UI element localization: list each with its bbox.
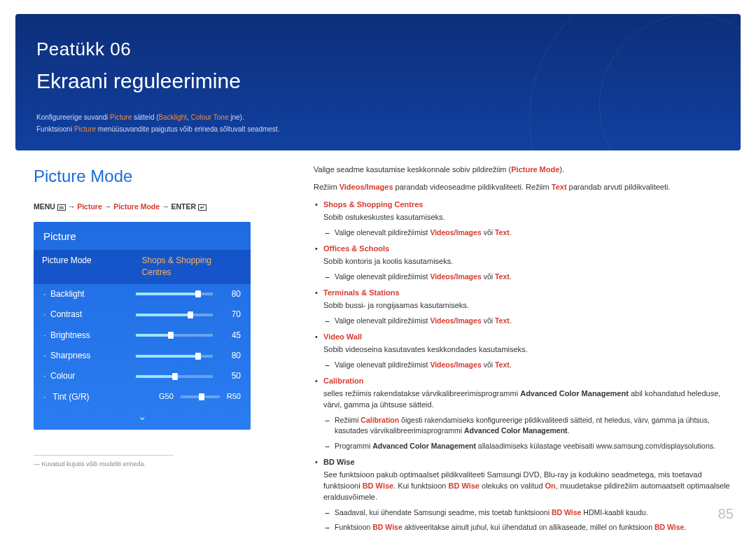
osd-slider-row: ·Backlight80	[34, 284, 251, 304]
mode-desc: Sobib bussi- ja rongijaamas kasutamiseks…	[323, 300, 736, 311]
osd-slider-value: 70	[221, 309, 241, 321]
osd-slider-label: Colour	[50, 370, 136, 382]
mode-sub: Saadaval, kui ühendate Samsungi seadme, …	[323, 507, 736, 518]
osd-picture-mode-value: Shops & Shopping Centres	[134, 250, 251, 284]
osd-slider-row: ·Brightness45	[34, 325, 251, 346]
mode-heading: Calibration	[323, 376, 736, 387]
osd-slider-track	[136, 314, 213, 316]
menu-navigation-path: MENU m → Picture → Picture Mode → ENTER …	[34, 202, 286, 212]
section-title: Picture Mode	[34, 164, 286, 189]
description-column: Valige seadme kasutamise keskkonnale sob…	[314, 164, 736, 534]
mode-sub: Valige olenevalt pildirežiimist Videos/I…	[323, 316, 736, 326]
osd-tint-r: R50	[227, 391, 241, 402]
osd-tint-row: ·Tint (G/R) G50 R50	[34, 387, 251, 407]
osd-slider-track	[136, 293, 213, 295]
mode-item: Terminals & StationsSobib bussi- ja rong…	[314, 288, 736, 326]
osd-picture-mode-row: Picture Mode Shops & Shopping Centres	[34, 250, 251, 284]
mode-sub: Programmi Advanced Color Management alla…	[323, 441, 736, 451]
mode-sub: Valige olenevalt pildirežiimist Videos/I…	[323, 360, 736, 370]
mode-desc: Sobib kontoris ja koolis kasutamiseks.	[323, 256, 736, 267]
page-number: 85	[718, 504, 734, 524]
mode-desc: selles režiimis rakendatakse värvikalibr…	[323, 388, 736, 411]
osd-slider-value: 50	[221, 370, 241, 382]
osd-tint-label: Tint (G/R)	[52, 391, 152, 403]
osd-slider-value: 45	[221, 330, 241, 342]
mode-heading: Terminals & Stations	[323, 288, 736, 299]
osd-slider-track	[136, 375, 213, 378]
mode-item: Offices & SchoolsSobib kontoris ja kooli…	[314, 244, 736, 282]
mode-desc: See funktsioon pakub optimaalset pildikv…	[323, 470, 736, 503]
osd-tint-g: G50	[159, 391, 174, 402]
osd-preview-panel: Picture Picture Mode Shops & Shopping Ce…	[34, 222, 251, 430]
mode-item-bdwise: BD WiseSee funktsioon pakub optimaalset …	[314, 457, 736, 533]
chapter-label: Peatükk 06	[36, 36, 720, 63]
osd-slider-label: Contrast	[50, 309, 136, 321]
mode-item-calibration: Calibrationselles režiimis rakendatakse …	[314, 376, 736, 451]
mode-heading: BD Wise	[323, 457, 736, 468]
osd-slider-value: 80	[221, 288, 241, 300]
mode-sub: Valige olenevalt pildirežiimist Videos/I…	[323, 227, 736, 238]
chapter-title: Ekraani reguleerimine	[36, 66, 720, 97]
chapter-hero: Peatükk 06 Ekraani reguleerimine Konfigu…	[15, 14, 741, 150]
chevron-down-icon: ⌄	[34, 407, 251, 424]
enter-icon: ↵	[198, 204, 206, 211]
mode-sub: Režiimi Calibration õigesti rakendamisek…	[323, 415, 736, 436]
footnote: ― Kuvatud kujutis võib mudeliti erineda.	[34, 460, 286, 469]
osd-slider-row: ·Sharpness80	[34, 346, 251, 366]
osd-slider-label: Backlight	[50, 288, 136, 300]
osd-slider-track	[136, 355, 213, 358]
osd-tint-track	[181, 395, 220, 398]
menu-icon: m	[57, 204, 66, 211]
mode-item: Video WallSobib videoseina kasutavates k…	[314, 332, 736, 370]
mode-heading: Shops & Shopping Centres	[323, 199, 736, 211]
osd-slider-track	[136, 334, 213, 337]
mode-desc: Sobib ostukeskustes kasutamiseks.	[323, 212, 736, 223]
osd-picture-mode-label: Picture Mode	[34, 250, 134, 284]
osd-slider-value: 80	[221, 350, 241, 362]
footnote-rule	[34, 455, 174, 456]
mode-sub: Valige olenevalt pildirežiimist Videos/I…	[323, 272, 736, 282]
mode-item: Shops & Shopping CentresSobib ostukeskus…	[314, 199, 736, 238]
osd-title: Picture	[34, 222, 251, 250]
osd-slider-row: ·Colour50	[34, 366, 251, 386]
chapter-intro: Konfigureerige suvandi Picture sätteid (…	[36, 111, 720, 135]
mode-sub: Funktsioon BD Wise aktiveeritakse ainult…	[323, 522, 736, 533]
osd-slider-label: Sharpness	[50, 350, 136, 362]
osd-slider-label: Brightness	[50, 330, 136, 342]
mode-heading: Video Wall	[323, 332, 736, 343]
mode-desc: Sobib videoseina kasutavates keskkondade…	[323, 344, 736, 356]
mode-heading: Offices & Schools	[323, 244, 736, 255]
osd-slider-row: ·Contrast70	[34, 304, 251, 325]
